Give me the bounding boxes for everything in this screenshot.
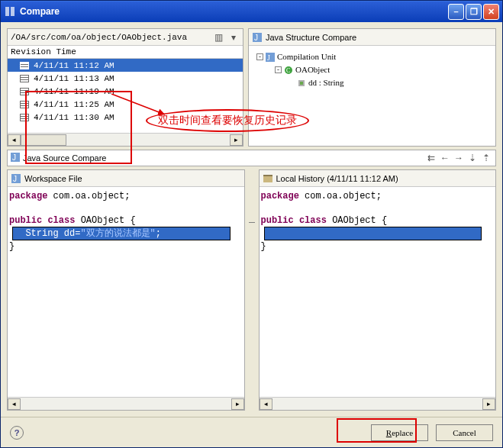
revision-item[interactable]: 4/11/11 11:30 AM	[8, 111, 243, 124]
scroll-left-button[interactable]: ◂	[260, 398, 272, 410]
svg-text:C: C	[286, 67, 290, 74]
revision-item[interactable]: 4/11/11 11:19 AM	[8, 85, 243, 98]
scroll-right-button[interactable]: ▸	[482, 398, 495, 410]
revision-panel: /OA/src/com/oa/object/OAObject.java ▥ ▾ …	[7, 28, 243, 147]
layout-icon[interactable]: ▥	[212, 31, 224, 44]
maximize-button[interactable]: ❐	[466, 4, 482, 20]
help-icon[interactable]: ?	[10, 426, 24, 440]
svg-rect-0	[5, 7, 9, 16]
revision-list[interactable]: 4/11/11 11:12 AM 4/11/11 11:13 AM 4/11/1…	[8, 59, 243, 133]
revision-item[interactable]: 4/11/11 11:13 AM	[8, 72, 243, 85]
file-path: /OA/src/com/oa/object/OAObject.java	[11, 33, 187, 42]
minimize-button[interactable]: –	[448, 4, 464, 20]
java-icon: J	[11, 153, 20, 163]
compare-window: Compare – ❐ ✕ /OA/src/com/oa/object/OAOb…	[0, 0, 503, 448]
scroll-right-button[interactable]: ▸	[230, 134, 243, 146]
app-icon	[4, 5, 16, 18]
tree-node-label: dd : String	[308, 76, 343, 89]
horizontal-scrollbar[interactable]: ◂ ▸	[8, 133, 243, 146]
titlebar[interactable]: Compare – ❐ ✕	[1, 1, 502, 22]
prev-diff-icon[interactable]: ⇡	[480, 152, 492, 164]
revision-icon	[20, 101, 29, 108]
structure-panel: J Java Structure Compare - J Compilation…	[248, 28, 496, 147]
svg-text:J: J	[254, 34, 258, 42]
local-history-pane: Local History (4/11/11 11:12 AM) package…	[259, 169, 497, 411]
svg-rect-9	[300, 82, 303, 85]
revision-item[interactable]: 4/11/11 11:25 AM	[8, 98, 243, 111]
svg-rect-1	[11, 7, 15, 16]
svg-text:J: J	[13, 175, 17, 183]
copy-left-icon[interactable]: ←	[439, 152, 451, 164]
local-history-title: Local History (4/11/11 11:12 AM)	[276, 174, 398, 183]
collapse-icon[interactable]: -	[275, 66, 282, 73]
svg-text:J: J	[267, 53, 270, 62]
java-file-icon: J	[11, 173, 21, 184]
svg-text:J: J	[12, 153, 16, 162]
scroll-left-button[interactable]: ◂	[8, 134, 21, 146]
revision-item[interactable]: 4/11/11 11:12 AM	[8, 59, 243, 72]
close-button[interactable]: ✕	[483, 4, 499, 20]
tree-node-label: OAObject	[295, 63, 330, 76]
java-source-compare-bar: J Java Source Compare ⇇ ← → ⇣ ⇡	[7, 150, 496, 166]
workspace-code[interactable]: package com.oa.object; public class OAOb…	[8, 187, 244, 397]
workspace-title: Workspace File	[24, 174, 82, 183]
diff-highlight-line: String dd="双方的说法都是";	[12, 227, 231, 240]
scroll-thumb[interactable]	[21, 134, 66, 146]
revision-icon	[20, 114, 29, 121]
java-icon: J	[252, 32, 263, 43]
dropdown-icon[interactable]: ▾	[227, 31, 240, 44]
copy-right-icon[interactable]: →	[453, 152, 465, 164]
horizontal-scrollbar[interactable]: ◂ ▸	[8, 397, 244, 410]
window-title: Compare	[20, 6, 448, 17]
scroll-right-button[interactable]: ▸	[231, 398, 244, 410]
diff-connector	[250, 222, 254, 411]
svg-rect-15	[263, 175, 272, 176]
structure-tree[interactable]: - J Compilation Unit - C OAObject dd : S…	[249, 46, 495, 94]
history-code[interactable]: package com.oa.object; public class OAOb…	[260, 187, 496, 397]
replace-button[interactable]: Replace	[371, 424, 428, 441]
content-area: /OA/src/com/oa/object/OAObject.java ▥ ▾ …	[1, 22, 502, 417]
cancel-button[interactable]: Cancel	[436, 424, 493, 441]
revision-icon	[20, 62, 29, 69]
horizontal-scrollbar[interactable]: ◂ ▸	[260, 397, 496, 410]
revision-icon	[20, 75, 29, 82]
structure-title: Java Structure Compare	[266, 33, 356, 42]
tree-node-label: Compilation Unit	[277, 50, 336, 63]
revision-header: Revision Time	[8, 46, 243, 59]
revision-icon	[20, 88, 29, 95]
workspace-file-pane: J Workspace File package com.oa.object; …	[7, 169, 245, 411]
next-diff-icon[interactable]: ⇣	[466, 152, 479, 164]
collapse-icon[interactable]: -	[256, 53, 263, 60]
field-icon	[296, 78, 307, 89]
class-icon: C	[283, 65, 294, 76]
history-icon	[263, 173, 273, 184]
copy-all-left-icon[interactable]: ⇇	[425, 152, 437, 164]
footer-bar: ? Replace Cancel	[1, 417, 502, 447]
compilation-unit-icon: J	[265, 52, 276, 63]
scroll-left-button[interactable]: ◂	[8, 398, 21, 410]
diff-highlight-line	[264, 227, 482, 240]
compare-title: Java Source Compare	[23, 153, 106, 163]
